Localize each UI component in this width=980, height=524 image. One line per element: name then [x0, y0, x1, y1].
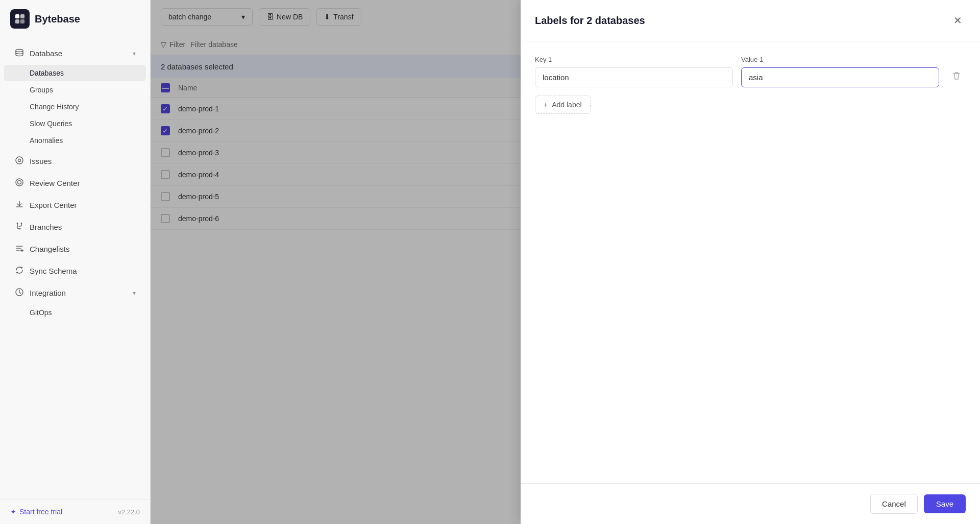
- sidebar-item-groups[interactable]: Groups: [4, 82, 146, 98]
- slow-queries-label: Slow Queries: [30, 120, 72, 128]
- delete-label-button[interactable]: [947, 66, 966, 86]
- modal-footer: Cancel Save: [521, 483, 980, 524]
- labels-modal: Labels for 2 databases ✕ Key 1 Value 1: [521, 0, 980, 524]
- anomalies-label: Anomalies: [30, 136, 63, 145]
- integration-arrow-icon: ▾: [133, 290, 136, 297]
- integration-label: Integration: [30, 289, 128, 297]
- database-label: Database: [30, 49, 128, 58]
- sidebar-item-gitops[interactable]: GitOps: [4, 304, 146, 321]
- issues-label: Issues: [30, 157, 136, 165]
- add-label-plus-icon: +: [544, 101, 548, 109]
- integration-icon: [14, 288, 24, 298]
- svg-point-11: [19, 228, 21, 230]
- gitops-label: GitOps: [30, 308, 52, 317]
- sidebar-item-changelists[interactable]: Changelists: [4, 239, 146, 259]
- modal-body: Key 1 Value 1 + Add label: [521, 41, 980, 483]
- sidebar-item-change-history[interactable]: Change History: [4, 99, 146, 115]
- svg-point-9: [17, 223, 18, 224]
- logo[interactable]: Bytebase: [0, 0, 150, 38]
- svg-point-4: [16, 50, 23, 52]
- svg-point-6: [18, 159, 21, 162]
- sidebar: Bytebase Database ▾ Databases Groups: [0, 0, 151, 524]
- issues-icon: [14, 156, 24, 166]
- database-section: Database ▾ Databases Groups Change Histo…: [0, 43, 150, 149]
- svg-rect-0: [15, 14, 19, 18]
- branches-label: Branches: [30, 223, 136, 231]
- version-text: v2.22.0: [118, 508, 140, 516]
- key-input[interactable]: [535, 67, 733, 87]
- key-field: Key 1: [535, 56, 733, 87]
- sidebar-item-databases[interactable]: Databases: [4, 65, 146, 81]
- start-free-trial-button[interactable]: ✦ Start free trial: [10, 508, 62, 516]
- trial-icon: ✦: [10, 508, 16, 516]
- export-icon: [14, 200, 24, 210]
- svg-point-10: [21, 223, 22, 224]
- database-arrow-icon: ▾: [133, 50, 136, 57]
- export-center-label: Export Center: [30, 201, 136, 209]
- svg-point-5: [16, 157, 23, 164]
- sync-icon: [14, 266, 24, 276]
- close-icon: ✕: [953, 14, 962, 27]
- value-input[interactable]: [741, 67, 939, 87]
- trial-label: Start free trial: [19, 508, 62, 516]
- database-icon: [14, 48, 24, 59]
- sidebar-footer: ✦ Start free trial v2.22.0: [0, 499, 150, 524]
- save-button[interactable]: Save: [924, 494, 966, 513]
- svg-rect-1: [20, 14, 24, 18]
- logo-text: Bytebase: [35, 13, 80, 25]
- sidebar-item-slow-queries[interactable]: Slow Queries: [4, 115, 146, 132]
- sidebar-item-review-center[interactable]: Review Center: [4, 173, 146, 194]
- svg-point-7: [16, 179, 23, 186]
- databases-label: Databases: [30, 69, 64, 77]
- key-label: Key 1: [535, 56, 733, 63]
- add-label-text: Add label: [552, 101, 581, 109]
- main-content: batch change ▾ 🗄 New DB ⬇ Transf ▽ Filte…: [151, 0, 980, 524]
- sidebar-item-branches[interactable]: Branches: [4, 217, 146, 237]
- value-field: Value 1: [741, 56, 939, 87]
- sync-schema-label: Sync Schema: [30, 267, 136, 275]
- add-label-button[interactable]: + Add label: [535, 96, 591, 114]
- branches-icon: [14, 222, 24, 232]
- logo-icon: [10, 9, 30, 29]
- sidebar-item-sync-schema[interactable]: Sync Schema: [4, 260, 146, 281]
- svg-point-8: [18, 181, 21, 184]
- modal-header: Labels for 2 databases ✕: [521, 0, 980, 41]
- label-row-1: Key 1 Value 1: [535, 56, 966, 87]
- cancel-button[interactable]: Cancel: [870, 494, 918, 514]
- sidebar-item-issues[interactable]: Issues: [4, 151, 146, 172]
- sidebar-item-export-center[interactable]: Export Center: [4, 195, 146, 216]
- change-history-label: Change History: [30, 103, 79, 111]
- svg-rect-3: [20, 19, 24, 23]
- sidebar-nav: Database ▾ Databases Groups Change Histo…: [0, 38, 150, 499]
- svg-rect-2: [15, 19, 19, 23]
- modal-overlay: Labels for 2 databases ✕ Key 1 Value 1: [151, 0, 980, 524]
- value-label: Value 1: [741, 56, 939, 63]
- review-center-label: Review Center: [30, 179, 136, 187]
- sidebar-item-anomalies[interactable]: Anomalies: [4, 132, 146, 149]
- sidebar-item-integration[interactable]: Integration ▾: [4, 282, 146, 303]
- sidebar-item-database[interactable]: Database ▾: [4, 43, 146, 64]
- review-icon: [14, 178, 24, 188]
- modal-close-button[interactable]: ✕: [949, 12, 966, 29]
- changelists-label: Changelists: [30, 245, 136, 253]
- changelists-icon: [14, 244, 24, 254]
- modal-title: Labels for 2 databases: [535, 15, 645, 27]
- groups-label: Groups: [30, 86, 53, 94]
